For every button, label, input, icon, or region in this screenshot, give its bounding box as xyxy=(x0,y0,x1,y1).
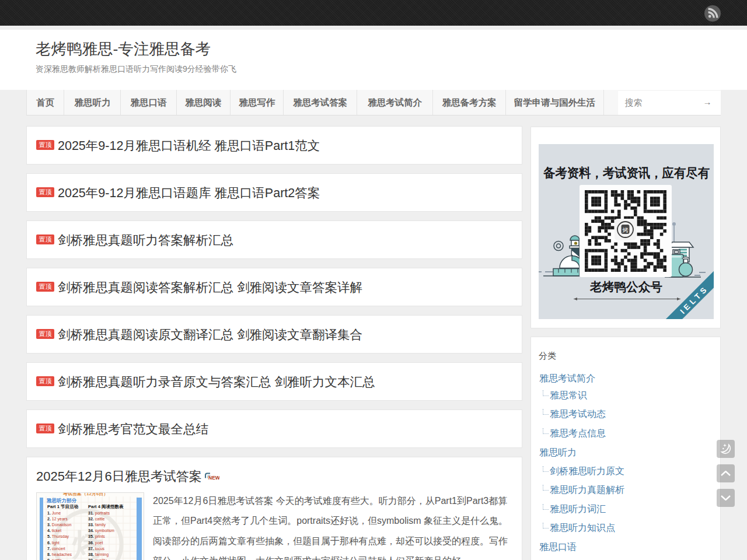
svg-text:31.portraits: 31.portraits xyxy=(88,511,110,516)
svg-text:雅思听力部分: 雅思听力部分 xyxy=(46,498,77,503)
svg-text:Part 4 阅读指数表: Part 4 阅读指数表 xyxy=(88,504,124,509)
svg-text:烤: 烤 xyxy=(623,227,629,233)
svg-text:NEW: NEW xyxy=(208,475,219,481)
svg-text:1.June: 1.June xyxy=(47,511,61,515)
svg-text:35.prints: 35.prints xyxy=(88,534,105,539)
svg-text:Part 1 节目活动: Part 1 节目活动 xyxy=(47,504,78,509)
svg-text:32.cattle: 32.cattle xyxy=(88,517,105,521)
svg-text:老烤鸭公众号: 老烤鸭公众号 xyxy=(589,280,662,294)
svg-text:34.symbolism: 34.symbolism xyxy=(88,528,114,533)
svg-text:4.ticket: 4.ticket xyxy=(47,528,61,533)
svg-text:7.concert: 7.concert xyxy=(47,547,65,551)
svg-text:36.poet: 36.poet xyxy=(88,541,103,545)
svg-text:33.family: 33.family xyxy=(88,523,106,527)
svg-text:38.farming: 38.farming xyxy=(88,552,109,557)
svg-text:考试答案（12月6日）: 考试答案（12月6日） xyxy=(62,493,108,496)
svg-text:37.locus: 37.locus xyxy=(88,547,105,551)
svg-text:备考资料，考试资讯，应有尽有: 备考资料，考试资讯，应有尽有 xyxy=(543,166,710,180)
svg-text:5.Thursday: 5.Thursday xyxy=(47,534,69,539)
svg-text:2.12 years: 2.12 years xyxy=(47,517,68,522)
svg-text:6.light: 6.light xyxy=(47,541,60,545)
